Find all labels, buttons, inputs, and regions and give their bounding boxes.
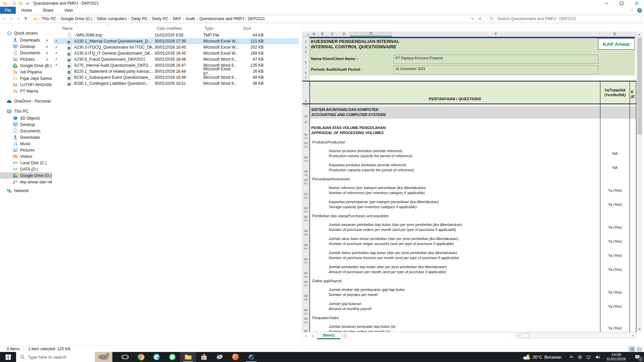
row-header[interactable]: 38 (302, 286, 310, 298)
file-row[interactable]: B280.1_Contingent Liabilities Questionn.… (54, 80, 299, 86)
sheet-prev-icon[interactable]: ◂ (302, 332, 310, 339)
row-header[interactable]: 3 (302, 44, 310, 50)
row-header[interactable]: 11 (302, 119, 310, 124)
file-row[interactable]: ~WRL0066.tmp11/02/2025 9:55TMP File44 KB (54, 32, 299, 38)
preview-horizontal-scrollbar[interactable]: ◂▸ (515, 333, 636, 339)
row-header[interactable]: 6 (302, 65, 310, 75)
row-header[interactable]: 32 (302, 249, 310, 261)
column-header-F[interactable]: F (392, 32, 600, 37)
taskbar-app-file-explorer[interactable] (180, 352, 196, 362)
taskbar-app-chrome[interactable] (133, 352, 149, 362)
sidebar-item-kkp-anwar-dan-rekan-1[interactable]: kkp anwar dan rekan (\\1 (0, 179, 52, 185)
taskbar-app-whatsapp[interactable] (164, 352, 180, 362)
sidebar-item-figar-jaya-samudra[interactable]: Figar Jaya Samudra (0, 75, 52, 81)
search-input[interactable] (496, 16, 639, 21)
scrollbar-thumb[interactable] (637, 38, 642, 135)
scroll-up-icon[interactable]: ▲ (637, 32, 642, 37)
explorer-search[interactable] (487, 15, 641, 22)
column-header-D[interactable]: D (338, 32, 350, 37)
column-header-name[interactable]: Name (60, 26, 155, 32)
sidebar-item-adi-priyatna[interactable]: Adi Priyatna (0, 69, 52, 75)
back-button[interactable] (0, 15, 7, 22)
start-button[interactable] (0, 352, 16, 362)
qat-chevron-down-icon[interactable] (25, 1, 30, 6)
taskbar-search[interactable]: Type here to search (16, 352, 112, 362)
row-header[interactable]: 12 (302, 124, 310, 137)
row-header[interactable]: 2 (302, 38, 310, 44)
sidebar-item-onedrive-personal[interactable]: OneDrive - Personal (0, 98, 52, 105)
menu-tab-share[interactable]: Share (37, 7, 59, 14)
sidebar-item-desktop[interactable]: Desktop (0, 43, 52, 50)
column-header-date-modified[interactable]: Date modified (155, 26, 203, 32)
sidebar-item-data-d-[interactable]: DATA (D:) (0, 166, 52, 172)
new-folder-icon[interactable] (18, 1, 23, 6)
taskbar-app-globe-app[interactable] (243, 352, 259, 362)
menu-tab-view[interactable]: View (59, 7, 78, 14)
menu-tab-file[interactable]: File (0, 7, 16, 14)
sidebar-item-desktop[interactable]: Desktop (0, 121, 52, 128)
sidebar-item-google-drive-g-[interactable]: Google Drive (G:) (0, 172, 52, 179)
file-row[interactable]: B230.1_Subsequent Event Questionnaire_..… (54, 74, 299, 80)
clock[interactable]: 14:08 31/01/2026 (603, 353, 629, 361)
volume-icon[interactable] (593, 352, 602, 362)
file-row[interactable]: A230.8_Fraud Questionnaire_DKP202130/01/… (54, 56, 299, 62)
file-row[interactable]: B220.1_Statement of related party transa… (54, 68, 299, 74)
select-all-corner[interactable] (302, 32, 310, 37)
breadcrumb[interactable]: ›This PC›Google Drive (G:)›Other compute… (31, 15, 484, 22)
breadcrumb-item[interactable]: DKP (171, 16, 182, 21)
sheet-next-icon[interactable]: ▸ (310, 332, 317, 339)
details-view-button[interactable] (629, 346, 635, 352)
row-header[interactable]: 36 (302, 278, 310, 284)
refresh-icon[interactable] (478, 17, 482, 21)
search-highlight-zebra-image[interactable] (95, 352, 112, 362)
sidebar-item-quick-access[interactable]: Quick access (0, 29, 52, 37)
weather-widget[interactable]: 30°C Berawan (523, 354, 567, 360)
row-header[interactable]: 7 (302, 75, 310, 81)
ribbon-collapse-icon[interactable] (631, 8, 634, 13)
row-header[interactable]: 16 (302, 147, 310, 160)
breadcrumb-item[interactable]: This PC (41, 16, 58, 21)
sidebar-item-luthfi-magang[interactable]: LUTHFI MAGANG (0, 81, 52, 88)
minimize-button[interactable] (599, 0, 614, 7)
row-header[interactable]: 28 (302, 221, 310, 233)
column-header-partial[interactable] (630, 32, 636, 37)
row-header[interactable]: 20 (302, 176, 310, 182)
sidebar-item-pt-warna[interactable]: PT Warna (0, 88, 52, 94)
sidebar-item-documents[interactable]: Documents (0, 50, 52, 56)
row-header[interactable]: 18 (302, 162, 310, 174)
recent-locations-chevron-icon[interactable] (15, 15, 22, 22)
column-header-type[interactable]: Type (203, 26, 241, 32)
column-header-A[interactable]: A (310, 32, 318, 37)
row-header[interactable]: 44 (302, 323, 310, 332)
forward-button[interactable] (7, 15, 15, 22)
row-header[interactable]: 42 (302, 314, 310, 321)
breadcrumb-item[interactable]: Audit (184, 16, 196, 21)
breadcrumb-item[interactable]: Dedy PC (130, 16, 149, 21)
file-row[interactable]: A230.3-ITQ_IT General Questionnaire_DK..… (54, 50, 299, 56)
notification-center-button[interactable]: 2 (631, 352, 644, 362)
sidebar-item-pictures[interactable]: Pictures (0, 56, 52, 62)
row-header[interactable]: 4 (302, 50, 310, 54)
sidebar-item-downloads[interactable]: Downloads (0, 37, 52, 43)
taskbar-app-snipping-tool[interactable] (212, 352, 227, 362)
task-view-button[interactable] (117, 352, 133, 362)
sidebar-item-this-pc[interactable]: This PC (0, 108, 52, 115)
column-header-size[interactable]: Size (241, 26, 268, 32)
scrollbar-thumb[interactable] (522, 334, 529, 338)
row-header[interactable]: 40 (302, 300, 310, 312)
network-icon[interactable] (584, 352, 593, 362)
column-header-E[interactable]: E (350, 32, 392, 37)
row-header[interactable]: 30 (302, 235, 310, 247)
maximize-button[interactable] (614, 0, 629, 7)
properties-icon[interactable] (12, 1, 16, 6)
sidebar-item-google-drive-g-[interactable]: Google Drive (G:) (0, 62, 52, 69)
breadcrumb-item[interactable]: Dedy PC (151, 16, 169, 21)
close-button[interactable] (629, 0, 644, 7)
row-header[interactable]: 5 (302, 54, 310, 65)
up-button[interactable] (22, 15, 30, 22)
scroll-right-icon[interactable]: ▸ (631, 333, 636, 338)
taskbar-app-firefox[interactable] (227, 352, 243, 362)
file-row[interactable]: A230.3-ITGCQ_Questionnaire for ITGC_DK..… (54, 44, 299, 50)
sidebar-item-pictures[interactable]: Pictures (0, 147, 52, 153)
row-header[interactable]: 14 (302, 139, 310, 145)
